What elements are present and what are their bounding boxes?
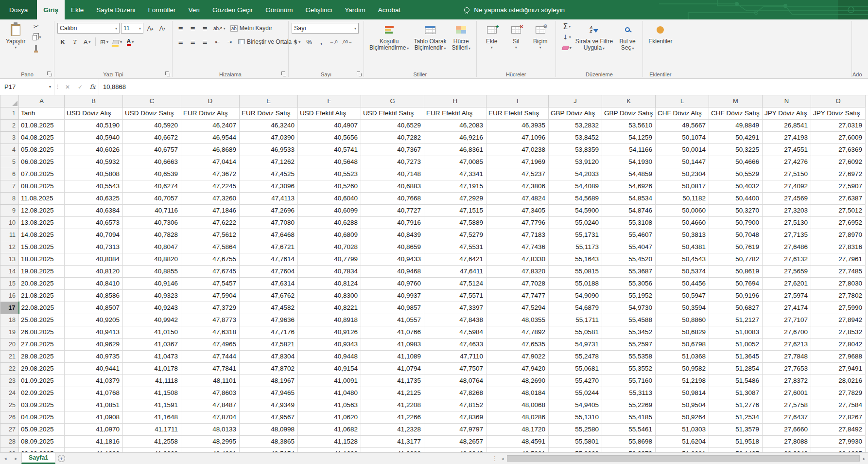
cell-M26[interactable]: 51,2534: [709, 411, 763, 423]
format-as-table-button[interactable]: Tablo OlarakBiçimlendir▾: [411, 21, 449, 66]
cell-G7[interactable]: 40,6883: [361, 180, 424, 192]
cell-K5[interactable]: 54,1930: [602, 156, 656, 168]
cell-J24[interactable]: 55,0244: [549, 387, 602, 399]
cell-J18[interactable]: 55,1711: [549, 314, 602, 326]
conditional-formatting-button[interactable]: KoşulluBiçimlendirme▾: [367, 21, 411, 66]
cell-B8[interactable]: 40,6325: [65, 192, 123, 204]
cell-A17[interactable]: 22.08.2025: [19, 302, 65, 314]
cell-H26[interactable]: 47,8369: [424, 411, 486, 423]
column-header-L[interactable]: L: [656, 95, 709, 107]
cell-F5[interactable]: 40,5648: [298, 156, 361, 168]
row-header-14[interactable]: 14: [0, 265, 19, 277]
cell-I7[interactable]: 47,3806: [486, 180, 549, 192]
cell-M4[interactable]: 50,3225: [709, 143, 763, 156]
cell-O6[interactable]: 27,6972: [811, 168, 866, 180]
cell-O11[interactable]: 27,8970: [811, 229, 866, 241]
cell-J7[interactable]: 54,4089: [549, 180, 602, 192]
cell-A29[interactable]: 09.09.2025: [19, 447, 65, 452]
font-size-select[interactable]: 11▾: [121, 23, 143, 34]
cell-O26[interactable]: 27,8267: [811, 411, 866, 423]
cell-A10[interactable]: 13.08.2025: [19, 216, 65, 229]
cell-C14[interactable]: 40,8855: [123, 265, 181, 277]
borders-button[interactable]: ⊞▾: [99, 36, 110, 47]
cell-K11[interactable]: 55,4607: [602, 229, 656, 241]
cell-H7[interactable]: 47,1915: [424, 180, 486, 192]
cell-styles-button[interactable]: HücreStilleri▾: [449, 21, 473, 66]
cell-G17[interactable]: 40,9857: [361, 302, 424, 314]
cell-G16[interactable]: 40,9937: [361, 289, 424, 302]
cell-E7[interactable]: 47,3096: [240, 180, 298, 192]
format-painter-button[interactable]: [30, 42, 42, 53]
cell-N25[interactable]: 27,5758: [763, 399, 811, 411]
cell-E29[interactable]: 48,5154: [240, 447, 298, 452]
cell-H28[interactable]: 48,2657: [424, 435, 486, 447]
cell-H8[interactable]: 47,2929: [424, 192, 486, 204]
cell-I14[interactable]: 47,8320: [486, 265, 549, 277]
column-header-D[interactable]: D: [181, 95, 240, 107]
cell-L10[interactable]: 50,4660: [656, 216, 709, 229]
cell-C20[interactable]: 41,0367: [123, 338, 181, 350]
align-top-button[interactable]: ≡: [175, 23, 186, 34]
row-header-25[interactable]: 25: [0, 399, 19, 411]
cell-I5[interactable]: 47,1969: [486, 156, 549, 168]
cell-E28[interactable]: 48,3865: [240, 435, 298, 447]
formula-bar-handle[interactable]: ⋮: [54, 79, 61, 95]
row-header-7[interactable]: 7: [0, 180, 19, 192]
cell-J8[interactable]: 54,5689: [549, 192, 602, 204]
row-header-15[interactable]: 15: [0, 277, 19, 289]
cell-D1[interactable]: EUR Döviz Alış: [181, 107, 240, 119]
row-header-2[interactable]: 2: [0, 119, 19, 131]
cell-J22[interactable]: 55,0681: [549, 362, 602, 375]
cell-C17[interactable]: 40,9243: [123, 302, 181, 314]
cell-J20[interactable]: 54,9731: [549, 338, 602, 350]
cell-H23[interactable]: 48,0764: [424, 375, 486, 387]
cell-J13[interactable]: 55,1643: [549, 253, 602, 265]
menu-tab-formüller[interactable]: Formüller: [142, 0, 182, 19]
menu-tab-dosya[interactable]: Dosya: [0, 0, 37, 19]
cell-J14[interactable]: 55,0815: [549, 265, 602, 277]
cell-B11[interactable]: 40,7094: [65, 229, 123, 241]
cell-I27[interactable]: 48,1720: [486, 423, 549, 435]
cell-A18[interactable]: 25.08.2025: [19, 314, 65, 326]
cell-I26[interactable]: 48,0286: [486, 411, 549, 423]
cell-A23[interactable]: 01.09.2025: [19, 375, 65, 387]
cell-N26[interactable]: 27,6437: [763, 411, 811, 423]
cell-H11[interactable]: 47,5279: [424, 229, 486, 241]
cell-M3[interactable]: 50,4291: [709, 131, 763, 143]
cell-E27[interactable]: 48,0998: [240, 423, 298, 435]
cell-B27[interactable]: 41,0970: [65, 423, 123, 435]
cell-I1[interactable]: EUR Efektif Satış: [486, 107, 549, 119]
cell-J27[interactable]: 55,2580: [549, 423, 602, 435]
cell-D4[interactable]: 46,8689: [181, 143, 240, 156]
cell-I11[interactable]: 47,7183: [486, 229, 549, 241]
cell-G12[interactable]: 40,8659: [361, 241, 424, 253]
menu-tab-gözden-geçir[interactable]: Gözden Geçir: [206, 0, 259, 19]
increase-decimal-button[interactable]: ←,0: [328, 36, 339, 47]
cell-J26[interactable]: 55,1310: [549, 411, 602, 423]
cell-J28[interactable]: 55,5801: [549, 435, 602, 447]
menu-tab-giriş[interactable]: Giriş: [37, 0, 65, 19]
fill-button[interactable]: ↓▾: [561, 32, 573, 42]
cell-E19[interactable]: 47,7176: [240, 326, 298, 338]
cell-N12[interactable]: 27,6486: [763, 241, 811, 253]
row-header-17[interactable]: 17: [0, 302, 19, 314]
cell-B17[interactable]: 40,8507: [65, 302, 123, 314]
cell-G23[interactable]: 41,1735: [361, 375, 424, 387]
cell-L25[interactable]: 50,9504: [656, 399, 709, 411]
cell-B23[interactable]: 41,0379: [65, 375, 123, 387]
menu-tab-acrobat[interactable]: Acrobat: [372, 0, 407, 19]
cell-I2[interactable]: 46,3935: [486, 119, 549, 131]
cell-B4[interactable]: 40,6026: [65, 143, 123, 156]
cell-E12[interactable]: 47,6721: [240, 241, 298, 253]
menu-tab-geliştirici[interactable]: Geliştirici: [299, 0, 338, 19]
cell-E6[interactable]: 47,4525: [240, 168, 298, 180]
cell-I9[interactable]: 47,3405: [486, 204, 549, 216]
cell-E17[interactable]: 47,4582: [240, 302, 298, 314]
column-header-J[interactable]: J: [549, 95, 602, 107]
cell-N4[interactable]: 27,4551: [763, 143, 811, 156]
cell-J25[interactable]: 54,9405: [549, 399, 602, 411]
cell-A21[interactable]: 28.08.2025: [19, 350, 65, 362]
row-header-5[interactable]: 5: [0, 156, 19, 168]
cell-G2[interactable]: 40,6529: [361, 119, 424, 131]
cell-I22[interactable]: 47,9420: [486, 362, 549, 375]
